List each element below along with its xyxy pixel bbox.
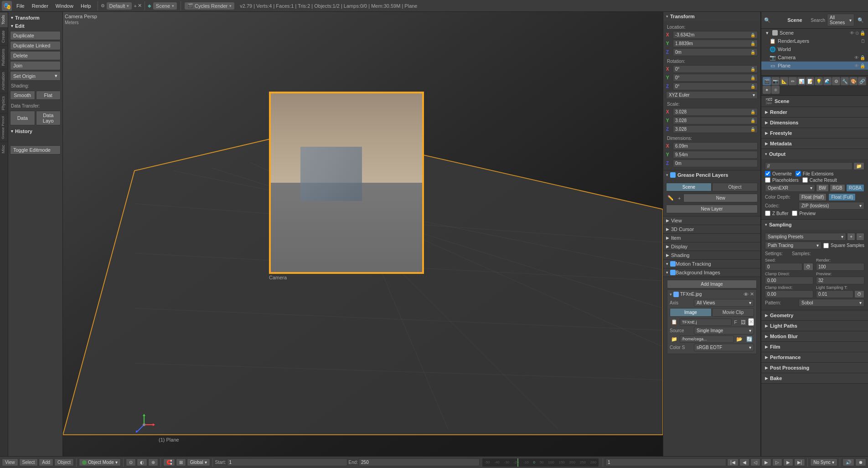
rotation-x-field[interactable]: 0°🔒 [673,65,758,73]
transform-section-header[interactable]: ▾ Transform [663,12,760,21]
tab-image[interactable]: Image [670,308,712,317]
toggle-editmode-button[interactable]: Toggle Editmode [10,145,61,154]
pivot-dropdown[interactable]: Global ▾ [187,458,210,466]
axis-dropdown[interactable]: All Views ▾ [694,299,754,307]
bt-snap-btn[interactable]: 🧲 [163,458,175,466]
location-z-field[interactable]: 0m🔒 [673,48,758,56]
tab-scene-icon[interactable]: 🌊 [823,77,832,85]
seed-animate-btn[interactable]: ⏱ [803,263,813,271]
img-ctrl-1[interactable]: 📋 [670,319,679,325]
gp-tab-scene[interactable]: Scene [666,183,712,191]
grease-pencil-header[interactable]: ▾ Grease Pencil Layers [663,170,760,180]
cache-check[interactable]: Cache Result [802,177,837,183]
tab-output-icon[interactable]: 📝 [806,77,814,85]
gp-pencil-btn[interactable]: ✏️ [666,193,675,203]
filepath-icon[interactable]: 📁 [670,336,679,343]
tab-animation[interactable]: Animation [0,69,8,93]
blender-icon[interactable]: 🎭 [2,1,12,11]
preview-samples-field[interactable]: 32 [816,277,864,284]
float-half-btn[interactable]: Float (Half) [799,193,827,201]
image-expand-btn[interactable]: 👁 [744,292,749,297]
tab-world-icon[interactable]: ⚙ [832,77,840,85]
screen-add[interactable]: + [134,3,136,9]
render-engine[interactable]: 🎬 Cycles Render ▾ [185,2,234,10]
tab-misc[interactable]: Misc [0,142,8,156]
start-field[interactable]: 1 [227,458,348,466]
play-start-btn[interactable]: |◀ [727,458,739,466]
sampling-header[interactable]: ▾ Sampling [761,220,868,230]
tab-relations[interactable]: Relations [0,46,8,69]
view-section-header[interactable]: ▶ View [663,216,760,225]
placeholder-check[interactable]: Placeholders [765,177,799,183]
scene-selector[interactable]: ◆ Scene ▾ [148,2,178,10]
preview-checkbox[interactable] [792,211,797,216]
ol-world-item[interactable]: 🌐 World [761,45,868,53]
bt-viewport2[interactable]: ◐ [137,458,147,466]
ol-scene-item[interactable]: ▾ Scene 👁 ⊙ 🔒 [761,29,868,37]
play-prev-btn[interactable]: ◀ [739,458,749,466]
join-button[interactable]: Join [10,61,61,70]
rotation-mode-dropdown[interactable]: XYZ Euler ▾ [666,91,758,99]
ol-renderlayers-item[interactable]: 📋 RenderLayers 🗒 [761,37,868,45]
end-field[interactable]: 250 [359,458,480,466]
ol-scene-sel[interactable]: ⊙ [855,31,859,36]
clamp-direct-field[interactable]: 0.00 [765,277,813,284]
ol-plane-item[interactable]: ▭ Plane 👁 🔒 [761,62,868,70]
history-header[interactable]: History [10,127,61,135]
transform-header[interactable]: Transform [10,14,61,22]
outliner-search-btn[interactable]: 🔍 [856,17,865,24]
image-close-btn[interactable]: ✕ [750,291,754,297]
tab-camera-icon[interactable]: 📷 [771,77,780,85]
tab-grease[interactable]: Grease Pencil [0,113,8,142]
gp-new-layer-btn[interactable]: New Layer [666,205,758,213]
play-btn[interactable]: ▶ [761,458,771,466]
motion-blur-header[interactable]: ▶ Motion Blur [761,331,868,341]
mode-dropdown[interactable]: Object Mode ▾ [79,458,121,466]
gp-add-btn[interactable]: + [677,193,682,203]
scale-y-field[interactable]: 3.028🔒 [673,117,758,124]
edit-header[interactable]: Edit [10,22,61,30]
cache-checkbox[interactable] [802,177,808,183]
filepath-reload[interactable]: 🔄 [745,336,754,343]
format-dropdown[interactable]: OpenEXR ▾ [765,184,815,192]
play-next-frame-btn[interactable]: ▷ [772,458,782,466]
scene-scope-dropdown[interactable]: All Scenes ▾ [827,14,854,26]
rec-btn[interactable]: ⏺ [855,458,866,466]
pattern-dropdown[interactable]: Sobol ▾ [799,299,864,307]
tab-tools[interactable]: Tools [0,12,8,27]
tab-particles-icon[interactable]: ✦ [763,86,771,94]
data-layers-button[interactable]: Data Layo [36,111,61,125]
light-paths-header[interactable]: ▶ Light Paths [761,321,868,331]
float-full-btn[interactable]: Float (Full) [828,193,856,201]
freestyle-header[interactable]: ▶ Freestyle [761,128,868,138]
add-image-btn[interactable]: Add Image [667,280,757,288]
tab-material-icon[interactable]: 🎨 [849,77,858,85]
clamp-indirect-field[interactable]: 0.00 [765,290,813,298]
dim-y-field[interactable]: 9.54m [673,151,758,159]
preview-check[interactable]: Preview [792,211,816,216]
bake-header[interactable]: ▶ Bake [761,373,868,383]
gp-tab-object[interactable]: Object [712,183,758,191]
zbuffer-checkbox[interactable] [765,211,770,216]
zbuffer-check[interactable]: Z Buffer [765,211,788,216]
seed-field[interactable]: 0 [765,263,802,271]
smooth-button[interactable]: Smooth [10,91,35,100]
menu-window[interactable]: Window [52,2,77,10]
filepath-browse[interactable]: 📂 [735,336,744,343]
bt-view-btn[interactable]: View [2,458,18,466]
play-prev-frame-btn[interactable]: ◁ [750,458,760,466]
bt-viewport1[interactable]: ⊙ [126,458,136,466]
flat-button[interactable]: Flat [36,91,61,100]
performance-header[interactable]: ▶ Performance [761,352,868,362]
integrator-dropdown[interactable]: Path Tracing ▾ [765,242,822,249]
tab-movieclip[interactable]: Movie Clip [712,308,754,317]
dimensions-header[interactable]: ▶ Dimensions [761,118,868,128]
light-sampling-field[interactable]: 0.01 [816,290,853,298]
play-next-btn[interactable]: ▶ [783,458,793,466]
tab-physics[interactable]: Physics [0,93,8,113]
screen-selector[interactable]: ⚙ Default ▾ + ✕ [101,2,142,10]
viewport-area[interactable]: Camera Camera Persp Meters [63,12,663,456]
sync-dropdown[interactable]: No Sync ▾ [810,458,837,466]
ol-plane-vis[interactable]: 👁 [854,63,859,68]
tab-freestyle-icon[interactable]: ✏ [789,77,797,85]
